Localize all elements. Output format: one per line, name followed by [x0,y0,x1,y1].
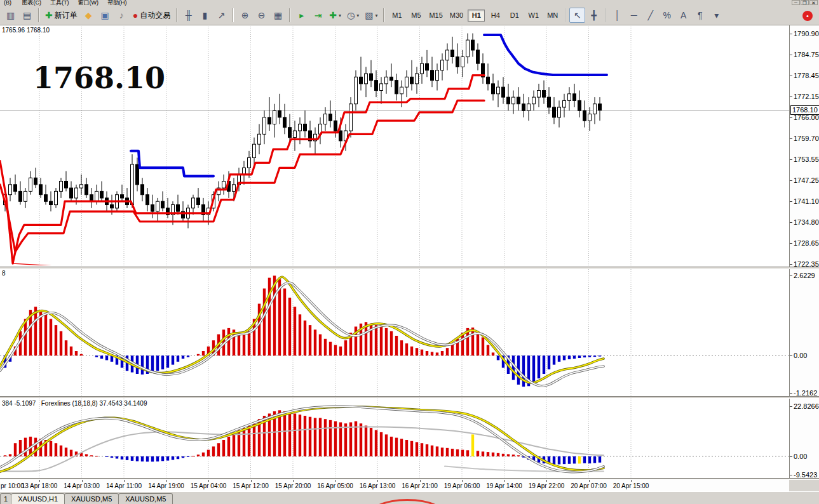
candlestick-chart-icon: ▮ [203,11,208,20]
autotrade-button[interactable]: ●自动交易 [130,8,173,23]
market-watch-icon[interactable]: ▥ [3,8,18,23]
window-controls: ─❐✕ [791,0,818,6]
menu-fragment[interactable]: (B) [4,0,11,6]
crosshair-icon: ╋ [592,11,597,20]
axis-tick [790,117,792,118]
menu-item[interactable]: 图表(C) [22,0,42,6]
axis-tick [790,34,792,34]
price-axis-label: -1.2162 [794,389,817,397]
shapes-dropdown-icon[interactable]: ▾ [708,8,724,23]
data-window-icon: ▤ [23,11,31,20]
axis-tick [377,480,378,482]
tile-windows-icon[interactable]: ▦ [270,8,286,23]
time-axis[interactable]: pr 10:0013 Apr 18:0014 Apr 03:0014 Apr 1… [0,480,789,491]
axis-tick [790,406,792,407]
data-window-icon[interactable]: ▤ [19,8,35,23]
toolbar: ▥▤✚新订单◆▣♪●自动交易╫▮↗⊕⊖▦▸⇥✚▾◷▾▧▾M1M5M15M30H1… [0,6,819,25]
fibonacci-icon[interactable]: % [659,8,675,23]
price-axis-label: 1747.25 [794,176,819,184]
text-icon[interactable]: A [675,8,691,23]
time-axis-label: 15 Apr 12:00 [233,482,269,489]
text-label-icon[interactable]: ¶ [692,8,708,23]
window-separator-3[interactable] [0,478,819,480]
time-axis-label: 13 Apr 18:00 [22,482,58,489]
price-axis-label: 1741.10 [794,197,819,205]
close-button[interactable]: ✕ [809,0,818,5]
dropdown-arrow-icon[interactable]: ▾ [375,13,377,18]
window-separator-1[interactable] [0,267,819,269]
current-price-box: 1768.10 [790,105,819,115]
dropdown-arrow-icon[interactable]: ▾ [339,13,341,18]
line-chart-icon[interactable]: ↗ [213,8,229,23]
new-order-button[interactable]: ✚新订单 [43,8,80,23]
print-icon[interactable]: ▣ [97,8,113,23]
menu-item[interactable]: 工具(T) [50,0,69,6]
axis-tick [790,180,792,181]
toolbar-right-group: • [802,10,816,21]
chart-tab[interactable]: XAUUSD,H1 [11,493,65,504]
timeframe-mn[interactable]: MN [544,10,561,22]
toolbar-separator [38,8,39,22]
timeframe-w1[interactable]: W1 [525,10,542,22]
axis-tick [462,480,463,482]
crosshair-icon[interactable]: ╋ [586,8,602,23]
menu-item[interactable]: 帮助(H) [107,0,127,6]
chart-area: 1765.96 1768.10 1768.10 8 384 -5.1097 Fo… [0,25,789,480]
timeframe-m1[interactable]: M1 [388,10,405,22]
chart-tab[interactable]: XAUUSD,M5 [118,493,173,504]
window-separator-2[interactable] [0,396,819,399]
zoom-out-icon[interactable]: ⊖ [254,8,269,23]
restore-button[interactable]: ❐ [801,0,809,5]
axis-tick [82,480,83,482]
menu-item[interactable]: 窗口(W) [78,0,99,6]
time-axis-label: 16 Apr 13:00 [360,482,396,489]
alerts-icon[interactable]: ♪ [114,8,130,23]
axis-tick [504,480,505,482]
axis-tick [546,480,547,482]
bar-chart-icon[interactable]: ╫ [180,8,196,23]
axis-tick [420,480,421,482]
trendline-icon[interactable]: ╱ [642,8,658,23]
auto-scroll-icon: ▸ [299,11,304,20]
toolbar-separator [289,8,290,22]
timeframe-m5[interactable]: M5 [407,10,424,22]
timeframe-h4[interactable]: H4 [487,10,504,22]
horizontal-line-icon[interactable]: ─ [626,8,642,23]
axis-tick [790,355,792,356]
chart-tab-partial[interactable]: 1 [0,493,11,504]
templates-icon[interactable]: ▧▾ [362,8,380,23]
new-chart-icon[interactable]: ✚▾ [327,8,344,23]
cursor-icon: ↖ [574,11,581,20]
time-axis-label: 14 Apr 03:00 [64,482,100,489]
price-watermark: 1768.10 [33,61,165,95]
price-axis[interactable]: 1790.901784.751778.451772.151766.001759.… [789,25,819,480]
toolbar-separator [233,8,234,22]
metaeditor-icon[interactable]: ◆ [81,8,97,23]
timeframe-m15[interactable]: M15 [426,10,445,22]
timeframe-m30[interactable]: M30 [447,10,466,22]
cursor-icon[interactable]: ↖ [569,8,585,23]
menu-bar: (B) 图表(C)工具(T)窗口(W)帮助(H) ─❐✕ [0,0,819,6]
axis-tick [208,480,209,482]
alerts-icon: ♪ [119,11,124,20]
time-axis-label: 19 Apr 06:00 [444,482,480,489]
candlestick-chart-icon[interactable]: ▮ [197,8,213,23]
axis-tick [589,480,590,482]
axis-tick [790,275,792,276]
periods-icon[interactable]: ◷▾ [344,8,362,23]
timeframe-h1[interactable]: H1 [468,10,485,22]
auto-scroll-icon[interactable]: ▸ [294,8,309,23]
chart-tab[interactable]: XAUUSD,M5 [64,493,119,504]
chart-shift-icon[interactable]: ⇥ [310,8,326,23]
notification-icon[interactable]: • [802,11,813,21]
zoom-in-icon[interactable]: ⊕ [237,8,253,23]
vertical-line-icon[interactable]: │ [609,8,625,23]
axis-tick [790,264,792,265]
dropdown-arrow-icon[interactable]: ▾ [356,13,359,18]
market-watch-icon: ▥ [6,11,15,20]
fibonacci-icon: % [663,11,671,20]
timeframe-d1[interactable]: D1 [506,10,523,22]
minimize-button[interactable]: ─ [792,0,800,5]
time-axis-label: 14 Apr 11:00 [106,482,142,489]
toolbar-separator [383,8,384,22]
